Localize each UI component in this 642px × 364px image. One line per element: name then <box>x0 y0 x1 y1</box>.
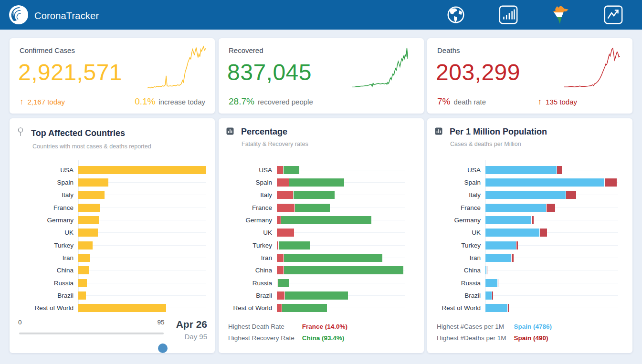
bar-segment-cases[interactable] <box>78 279 87 287</box>
chart-row: China <box>226 264 416 277</box>
highest-recovery-rate-value: China (93.4%) <box>302 334 347 342</box>
bar-segment-cases[interactable] <box>78 166 206 174</box>
bar-segment-cases[interactable] <box>78 304 166 312</box>
confirmed-sparkline <box>146 44 208 94</box>
chart-row: Spain <box>435 176 625 188</box>
up-arrow-icon: ↑ <box>20 97 24 106</box>
bar-segment-recovery-rate-[interactable] <box>284 254 382 262</box>
grid-track <box>78 245 206 246</box>
bar-segment-deaths-per-1m[interactable] <box>512 254 514 262</box>
bar-segment-cases[interactable] <box>78 216 99 224</box>
bar-plot <box>78 266 206 274</box>
bar-segment-cases-per-1m[interactable] <box>485 304 508 312</box>
india-map-icon[interactable] <box>550 4 572 26</box>
category-label: China <box>435 267 485 274</box>
day-slider[interactable]: 0 95 <box>18 318 165 343</box>
poll-icon <box>435 127 442 137</box>
deaths-sparkline <box>559 45 626 93</box>
trend-up-icon[interactable] <box>602 4 624 26</box>
category-label: Germany <box>435 217 485 224</box>
selected-day: Day 95 <box>176 333 207 341</box>
bar-segment-cases-per-1m[interactable] <box>485 204 547 212</box>
bar-segment-cases-per-1m[interactable] <box>485 191 566 199</box>
bar-plot <box>277 229 405 237</box>
bar-segment-cases[interactable] <box>78 254 90 262</box>
category-label: Brazil <box>17 292 78 299</box>
bar-segment-cases-per-1m[interactable] <box>485 216 532 224</box>
bar-segment-cases[interactable] <box>78 204 100 212</box>
bar-segment-death-rate-[interactable] <box>277 204 295 212</box>
bar-plot <box>78 229 206 237</box>
bar-segment-cases[interactable] <box>78 266 89 274</box>
bar-segment-recovery-rate-[interactable] <box>294 191 335 199</box>
slider-thumb[interactable] <box>158 343 168 353</box>
bar-segment-deaths-per-1m[interactable] <box>557 166 562 174</box>
bar-segment-death-rate-[interactable] <box>277 178 289 187</box>
chart-row: UK <box>17 227 207 239</box>
bar-segment-cases-per-1m[interactable] <box>485 229 540 237</box>
bar-plot <box>277 204 405 212</box>
bar-segment-cases-per-1m[interactable] <box>485 254 512 262</box>
bar-segment-deaths-per-1m[interactable] <box>540 229 547 237</box>
bar-segment-death-rate-[interactable] <box>277 291 285 300</box>
bar-segment-deaths-per-1m[interactable] <box>508 304 509 312</box>
bar-segment-recovery-rate-[interactable] <box>284 266 403 274</box>
recovered-card: Recovered 837,045 28.7%recovered people <box>219 38 424 114</box>
bar-segment-deaths-per-1m[interactable] <box>532 216 533 224</box>
chart-row: Russia <box>226 277 416 289</box>
bar-segment-cases-per-1m[interactable] <box>485 178 605 187</box>
category-label: UK <box>435 229 485 236</box>
bar-segment-death-rate-[interactable] <box>277 191 294 199</box>
globe-icon[interactable] <box>445 4 467 26</box>
bar-segment-cases-per-1m[interactable] <box>485 166 557 174</box>
bar-segment-recovery-rate-[interactable] <box>295 204 330 212</box>
bar-segment-recovery-rate-[interactable] <box>279 241 310 250</box>
bar-segment-cases-per-1m[interactable] <box>485 241 516 250</box>
bar-segment-death-rate-[interactable] <box>277 216 281 224</box>
chart-row: Italy <box>17 189 207 201</box>
bar-segment-cases[interactable] <box>78 178 108 187</box>
bar-segment-recovery-rate-[interactable] <box>289 178 344 187</box>
bar-segment-recovery-rate-[interactable] <box>282 304 327 312</box>
category-label: Brazil <box>435 292 485 299</box>
bar-segment-cases-per-1m[interactable] <box>485 279 498 287</box>
bar-plot <box>485 279 618 287</box>
bar-segment-deaths-per-1m[interactable] <box>566 191 576 199</box>
category-label: Russia <box>435 280 485 287</box>
bar-segment-deaths-per-1m[interactable] <box>516 241 518 250</box>
bar-plot <box>277 216 405 224</box>
bar-plot <box>78 279 206 287</box>
footer-label: Highest Death Rate <box>228 323 295 330</box>
bar-segment-recovery-rate-[interactable] <box>281 216 371 224</box>
bar-segment-death-rate-[interactable] <box>277 229 294 237</box>
bar-segment-cases[interactable] <box>78 241 93 250</box>
bar-segment-recovery-rate-[interactable] <box>285 291 348 300</box>
bar-segment-deaths-per-1m[interactable] <box>492 291 493 300</box>
brand[interactable]: CoronaTracker <box>9 5 99 27</box>
category-label: UK <box>226 229 277 236</box>
confirmed-cases-card: Confirmed Cases 2,921,571 ↑2,167 today 0… <box>10 38 215 114</box>
bar-segment-cases[interactable] <box>78 191 105 199</box>
bar-segment-recovery-rate-[interactable] <box>278 279 288 287</box>
bar-segment-cases-per-1m[interactable] <box>485 291 492 300</box>
coronatracker-logo-icon <box>9 5 29 27</box>
bar-segment-deaths-per-1m[interactable] <box>605 178 617 187</box>
slider-track[interactable] <box>19 333 164 334</box>
bar-segment-death-rate-[interactable] <box>277 266 284 274</box>
bar-segment-cases[interactable] <box>78 229 98 237</box>
bar-segment-recovery-rate-[interactable] <box>284 166 299 174</box>
navbar-actions <box>445 4 624 26</box>
top-affected-chart: USASpainItalyFranceGermanyUKTurkeyIranCh… <box>17 164 207 314</box>
grid-track <box>277 283 405 283</box>
category-label: Russia <box>17 280 78 287</box>
bar-segment-deaths-per-1m[interactable] <box>547 204 555 212</box>
category-label: USA <box>226 166 277 174</box>
category-label: Turkey <box>226 242 277 249</box>
bar-chart-icon[interactable] <box>497 4 519 26</box>
bar-segment-death-rate-[interactable] <box>277 254 284 262</box>
chart-row: China <box>17 264 207 277</box>
bar-segment-cases[interactable] <box>78 291 86 300</box>
chart-row: Turkey <box>226 239 416 251</box>
bar-segment-death-rate-[interactable] <box>277 304 282 312</box>
bar-segment-death-rate-[interactable] <box>277 166 284 174</box>
